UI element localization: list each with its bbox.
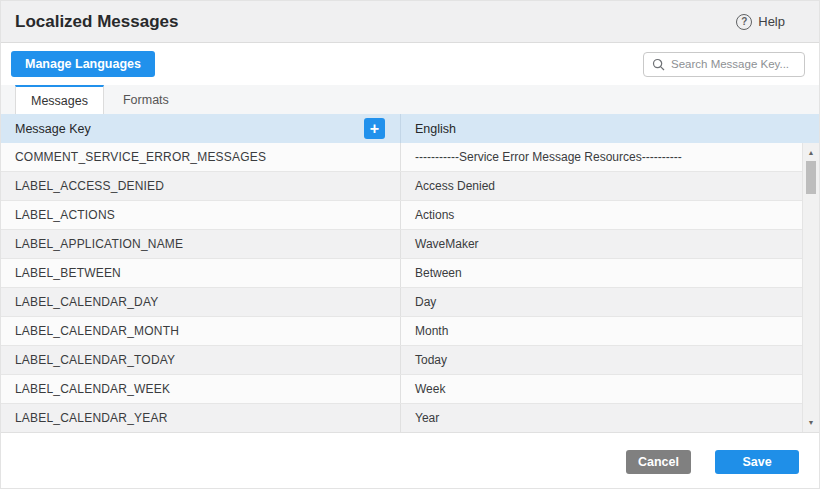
header-bar: Localized Messages ? Help [1,1,819,43]
english-cell[interactable]: -----------Service Error Message Resourc… [401,143,802,171]
save-button[interactable]: Save [715,450,799,474]
scroll-down-icon[interactable]: ▼ [803,415,819,430]
table-header: Message Key + English [1,114,819,143]
table-row[interactable]: COMMENT_SERVICE_ERROR_MESSAGES ---------… [1,143,802,172]
table-row[interactable]: LABEL_BETWEEN Between [1,259,802,288]
search-input[interactable] [671,58,796,70]
plus-icon: + [370,121,379,137]
table-row[interactable]: LABEL_CALENDAR_DAY Day [1,288,802,317]
page-title: Localized Messages [15,12,178,32]
message-key-cell[interactable]: LABEL_CALENDAR_MONTH [1,317,401,345]
english-cell[interactable]: Between [401,259,802,287]
table-body: COMMENT_SERVICE_ERROR_MESSAGES ---------… [1,143,819,433]
english-cell[interactable]: Today [401,346,802,374]
table-row[interactable]: LABEL_ACCESS_DENIED Access Denied [1,172,802,201]
tab-bar: Messages Formats [1,85,819,114]
message-key-cell[interactable]: LABEL_ACCESS_DENIED [1,172,401,200]
localized-messages-dialog: Localized Messages ? Help Manage Languag… [0,0,820,489]
message-key-cell[interactable]: LABEL_CALENDAR_YEAR [1,404,401,432]
tab-messages[interactable]: Messages [15,85,104,114]
table-row[interactable]: LABEL_ACTIONS Actions [1,201,802,230]
message-key-cell[interactable]: LABEL_CALENDAR_WEEK [1,375,401,403]
english-cell[interactable]: Week [401,375,802,403]
add-message-button[interactable]: + [364,118,385,139]
tab-formats[interactable]: Formats [104,85,188,114]
table-row[interactable]: LABEL_CALENDAR_WEEK Week [1,375,802,404]
help-label: Help [758,14,785,29]
english-cell[interactable]: Month [401,317,802,345]
search-box[interactable] [643,52,805,77]
message-key-cell[interactable]: LABEL_CALENDAR_TODAY [1,346,401,374]
footer-actions: Cancel Save [1,433,819,489]
toolbar: Manage Languages [1,43,819,85]
message-key-cell[interactable]: COMMENT_SERVICE_ERROR_MESSAGES [1,143,401,171]
message-key-cell[interactable]: LABEL_BETWEEN [1,259,401,287]
english-cell[interactable]: Access Denied [401,172,802,200]
scrollbar-thumb[interactable] [806,161,816,194]
scroll-up-icon[interactable]: ▲ [803,145,819,160]
english-cell[interactable]: Day [401,288,802,316]
message-key-cell[interactable]: LABEL_CALENDAR_DAY [1,288,401,316]
message-key-column-label: Message Key [15,122,91,136]
english-cell[interactable]: WaveMaker [401,230,802,258]
message-key-cell[interactable]: LABEL_ACTIONS [1,201,401,229]
message-key-cell[interactable]: LABEL_APPLICATION_NAME [1,230,401,258]
table-row[interactable]: LABEL_CALENDAR_TODAY Today [1,346,802,375]
table-row[interactable]: LABEL_APPLICATION_NAME WaveMaker [1,230,802,259]
vertical-scrollbar[interactable]: ▲ ▼ [802,143,819,432]
help-button[interactable]: ? Help [736,14,785,30]
manage-languages-button[interactable]: Manage Languages [11,51,155,77]
column-header-english: English [401,114,819,143]
table-row[interactable]: LABEL_CALENDAR_MONTH Month [1,317,802,346]
search-icon [652,58,665,71]
table-rows-container: COMMENT_SERVICE_ERROR_MESSAGES ---------… [1,143,819,433]
table-row[interactable]: LABEL_CALENDAR_YEAR Year [1,404,802,433]
column-header-message-key: Message Key + [1,114,401,143]
cancel-button[interactable]: Cancel [626,450,691,474]
english-column-label: English [415,122,456,136]
question-circle-icon: ? [736,14,752,30]
english-cell[interactable]: Year [401,404,802,432]
english-cell[interactable]: Actions [401,201,802,229]
